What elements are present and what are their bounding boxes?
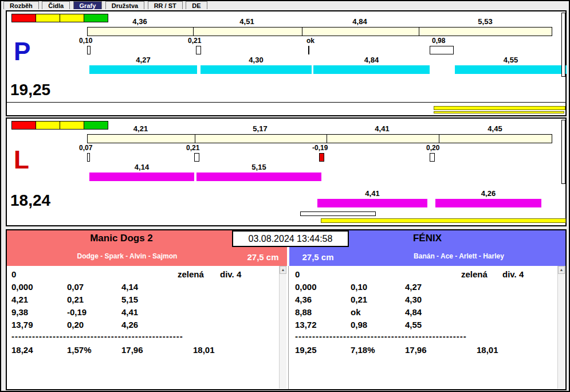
crossing-time: 0,21 <box>186 144 199 152</box>
division-label: div. 4 <box>502 269 524 279</box>
split-time: 4,21 <box>87 125 194 133</box>
lane-letter-l: L <box>14 147 29 173</box>
dog-time: 4,41 <box>317 190 427 198</box>
split-time: 4,45 <box>438 125 552 133</box>
lane-letter-p: P <box>14 39 30 64</box>
panel-divider-line <box>7 102 565 103</box>
split-time: 4,36 <box>87 18 192 26</box>
crossing-time: 0,20 <box>426 144 439 152</box>
light-yellow-icon <box>60 14 84 22</box>
split-time: 4,84 <box>301 18 418 26</box>
cell-dogtime: 4,41 <box>121 307 138 317</box>
dog-time: 4,55 <box>455 56 567 64</box>
dog-run-bar <box>89 65 197 74</box>
cell-crossing: ok <box>351 307 361 317</box>
cell-dogtime: 4,30 <box>405 295 422 304</box>
crossing-time: ok <box>306 37 315 45</box>
progress-strip <box>434 111 564 113</box>
track-tick <box>195 135 195 143</box>
crossing-time: -0,19 <box>312 144 328 152</box>
light-yellow-icon <box>36 14 60 22</box>
results-separator <box>288 266 289 389</box>
cell-cumulative: 4,36 <box>295 295 312 304</box>
cell-crossing: 0,07 <box>67 282 84 292</box>
scroll-up-icon[interactable]: ▲ <box>558 266 565 274</box>
team-left-scrollbar[interactable]: ▲ ▼ <box>279 266 286 389</box>
tab-rozbeh[interactable]: Rozběh <box>3 1 39 9</box>
split-time: 5,53 <box>418 18 552 26</box>
split-track-p <box>87 27 552 36</box>
summary-net: 17,96 <box>121 345 143 355</box>
track-tick <box>302 28 302 36</box>
tab-rr-st[interactable]: RR / ST <box>148 1 183 9</box>
crossing-marker-negative <box>319 153 324 162</box>
crossing-time: 0,21 <box>188 37 201 45</box>
divider-dashes: ----------------------------------------… <box>11 331 183 341</box>
crossing-marker <box>430 153 435 162</box>
division-label: div. 4 <box>220 269 241 279</box>
cell-crossing: 0,20 <box>67 320 84 330</box>
dog-run-bar <box>201 65 312 74</box>
cell-crossing: 0,21 <box>67 295 84 304</box>
cell-cumulative: 9,38 <box>11 307 28 317</box>
crossing-time: 0,07 <box>79 144 92 152</box>
split-time: 4,51 <box>192 18 301 26</box>
crossing-marker <box>430 46 454 54</box>
dog-time: 4,30 <box>201 56 312 64</box>
penalty-count: 0 <box>11 269 16 279</box>
progress-strip <box>434 106 565 110</box>
progress-strip <box>321 218 566 223</box>
cell-cumulative: 4,21 <box>11 295 28 304</box>
dog-run-bar <box>89 173 194 181</box>
cell-dogtime: 4,27 <box>405 282 422 292</box>
track-tick <box>439 135 439 143</box>
crossing-marker <box>87 153 90 162</box>
cell-dogtime: 5,15 <box>121 295 138 304</box>
team-right-dogs: Banán - Ace - Arlett - Harley <box>352 252 565 260</box>
crossing-time: 0,10 <box>79 37 92 45</box>
lane-total-p: 19,25 <box>10 81 50 99</box>
cell-cumulative: 13,72 <box>295 320 317 330</box>
split-time: 4,41 <box>326 125 438 133</box>
summary-total: 19,25 <box>295 345 317 355</box>
summary-total: 18,24 <box>11 345 33 355</box>
penalty-count: 0 <box>295 269 300 279</box>
summary-percent: 1,57% <box>67 345 92 355</box>
scroll-up-icon[interactable]: ▲ <box>280 266 286 274</box>
dog-time: 4,14 <box>89 163 194 171</box>
cell-crossing: 0,21 <box>351 295 367 304</box>
summary-net: 17,96 <box>405 345 427 355</box>
team-left-jump-height: 27,5 cm <box>239 252 287 262</box>
summary-percent: 7,18% <box>351 345 375 355</box>
split-time: 5,17 <box>194 125 326 133</box>
team-right-jump-height: 27,5 cm <box>294 252 342 262</box>
tab-bar: Rozběh Čidla Grafy Družstva RR / ST DE <box>3 1 208 9</box>
dog-run-bar <box>435 199 541 207</box>
cell-dogtime: 4,55 <box>405 320 422 330</box>
team-left-results: 0 zelená div. 4 0,000 0,07 4,14 4,21 0,2… <box>7 266 287 389</box>
summary-best: 18,01 <box>477 345 498 355</box>
dog-time: 5,15 <box>196 163 321 171</box>
light-red-icon <box>11 121 36 130</box>
cell-cumulative: 8,88 <box>295 307 312 317</box>
crossing-marker-ok <box>308 46 309 54</box>
tab-cidla[interactable]: Čidla <box>42 1 70 9</box>
app-window: Rozběh Čidla Grafy Družstva RR / ST DE 4… <box>0 0 570 392</box>
tab-druzstva[interactable]: Družstva <box>105 1 144 9</box>
cell-cumulative: 13,79 <box>11 320 33 330</box>
dog-run-bar <box>196 173 321 181</box>
tab-de[interactable]: DE <box>186 1 207 9</box>
crossing-marker <box>194 153 199 162</box>
team-left-name: Manic Dogs 2 <box>7 233 236 244</box>
team-right-scrollbar[interactable]: ▲ ▼ <box>557 266 565 389</box>
dog-time: 4,27 <box>89 56 197 64</box>
tab-grafy[interactable]: Grafy <box>73 1 103 9</box>
progress-strip-empty <box>300 211 376 216</box>
lane-total-l: 18,24 <box>10 192 50 209</box>
lane-end-marker <box>561 13 565 77</box>
status-label: zelená <box>461 269 488 279</box>
team-left-dogs: Dodge - Spark - Alvin - Sajmon <box>7 252 247 260</box>
dog-time: 4,84 <box>313 56 430 64</box>
lane-end-marker <box>561 120 565 184</box>
track-tick <box>327 135 327 143</box>
